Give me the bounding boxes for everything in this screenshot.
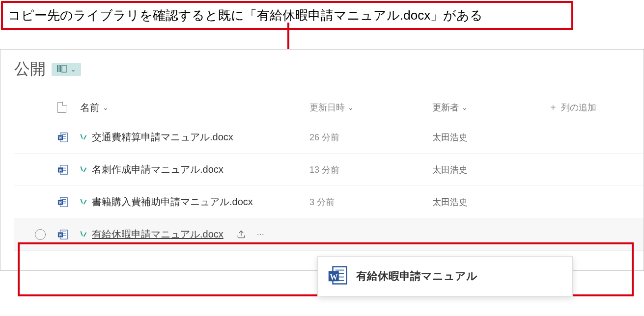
col-modified-by-label: 更新者 bbox=[432, 102, 459, 113]
modified-cell: 3 分前 bbox=[309, 196, 432, 208]
svg-text:W: W bbox=[58, 168, 62, 172]
new-indicator-icon bbox=[80, 134, 87, 141]
col-type-header[interactable] bbox=[57, 102, 80, 113]
select-circle-icon[interactable] bbox=[35, 229, 46, 240]
new-indicator-icon bbox=[80, 199, 87, 206]
table-row[interactable]: W 書籍購入費補助申請マニュアル.docx 3 分前 太田浩史 bbox=[14, 186, 644, 218]
chevron-down-icon: ⌄ bbox=[70, 65, 76, 73]
row-actions: ··· bbox=[236, 229, 264, 239]
svg-text:W: W bbox=[58, 200, 62, 205]
svg-rect-0 bbox=[57, 65, 58, 72]
file-name: 有給休暇申請マニュアル.docx bbox=[92, 228, 224, 241]
word-icon: W bbox=[57, 132, 68, 143]
file-name-cell[interactable]: 有給休暇申請マニュアル.docx ··· bbox=[80, 228, 309, 241]
svg-text:W: W bbox=[58, 135, 62, 140]
modified-cell: 26 分前 bbox=[309, 132, 432, 143]
row-select[interactable] bbox=[23, 229, 57, 240]
modified-by-cell[interactable]: 太田浩史 bbox=[432, 196, 550, 208]
table-row[interactable]: W 有給休暇申請マニュアル.docx ··· bbox=[14, 218, 644, 251]
col-modified-by-header[interactable]: 更新者 ⌄ bbox=[432, 102, 550, 113]
new-indicator-icon bbox=[80, 166, 87, 173]
file-type-icon: W bbox=[57, 164, 80, 175]
chevron-down-icon: ⌄ bbox=[103, 104, 109, 111]
file-name-cell[interactable]: 書籍購入費補助申請マニュアル.docx bbox=[80, 195, 309, 209]
chevron-down-icon: ⌄ bbox=[348, 104, 354, 111]
file-name: 書籍購入費補助申請マニュアル.docx bbox=[92, 195, 253, 209]
modified-by-cell[interactable]: 太田浩史 bbox=[432, 164, 550, 176]
svg-text:W: W bbox=[58, 233, 62, 237]
share-icon[interactable] bbox=[236, 230, 246, 239]
svg-rect-1 bbox=[59, 65, 61, 72]
file-name-cell[interactable]: 名刺作成申請マニュアル.docx bbox=[80, 163, 309, 176]
add-column-button[interactable]: + 列の追加 bbox=[550, 102, 644, 113]
file-name-cell[interactable]: 交通費精算申請マニュアル.docx bbox=[80, 131, 309, 144]
table-row[interactable]: W 交通費精算申請マニュアル.docx 26 分前 太田浩史 bbox=[14, 121, 644, 154]
document-library-panel: 公開 ⌄ 名前 ⌄ 更新日時 ⌄ bbox=[0, 49, 644, 271]
chevron-down-icon: ⌄ bbox=[462, 104, 468, 111]
col-name-header[interactable]: 名前 ⌄ bbox=[80, 101, 309, 114]
word-icon: W bbox=[57, 164, 68, 175]
library-header: 公開 ⌄ bbox=[14, 58, 644, 80]
file-type-icon: W bbox=[57, 197, 80, 208]
word-icon: W bbox=[328, 265, 348, 288]
modified-cell: 13 分前 bbox=[309, 164, 432, 176]
file-type-icon: W bbox=[57, 132, 80, 143]
view-switcher-icon bbox=[56, 64, 67, 75]
document-type-icon bbox=[57, 102, 66, 113]
add-column-label: 列の追加 bbox=[561, 102, 596, 113]
word-icon: W bbox=[57, 197, 68, 208]
file-type-icon: W bbox=[57, 229, 80, 240]
col-name-label: 名前 bbox=[80, 101, 100, 114]
svg-text:W: W bbox=[330, 273, 337, 281]
svg-rect-2 bbox=[62, 65, 66, 72]
col-modified-header[interactable]: 更新日時 ⌄ bbox=[309, 102, 432, 113]
table-header-row: 名前 ⌄ 更新日時 ⌄ 更新者 ⌄ + 列の追加 bbox=[14, 94, 644, 121]
library-title: 公開 bbox=[14, 58, 46, 80]
file-preview-popup: W 有給休暇申請マニュアル bbox=[317, 256, 573, 296]
new-indicator-icon bbox=[80, 231, 87, 238]
plus-icon: + bbox=[550, 102, 556, 113]
word-icon: W bbox=[57, 229, 68, 240]
file-name: 交通費精算申請マニュアル.docx bbox=[92, 131, 233, 144]
more-actions-icon[interactable]: ··· bbox=[257, 229, 264, 239]
annotation-text: コピー先のライブラリを確認すると既に「有給休暇申請マニュアル.docx」がある bbox=[8, 8, 483, 23]
modified-by-cell[interactable]: 太田浩史 bbox=[432, 132, 550, 143]
file-name: 名刺作成申請マニュアル.docx bbox=[92, 163, 224, 176]
popup-title: 有給休暇申請マニュアル bbox=[356, 269, 477, 284]
col-modified-label: 更新日時 bbox=[309, 102, 345, 113]
file-table: 名前 ⌄ 更新日時 ⌄ 更新者 ⌄ + 列の追加 W bbox=[14, 94, 644, 251]
table-row[interactable]: W 名刺作成申請マニュアル.docx 13 分前 太田浩史 bbox=[14, 154, 644, 186]
view-switcher[interactable]: ⌄ bbox=[52, 63, 81, 76]
